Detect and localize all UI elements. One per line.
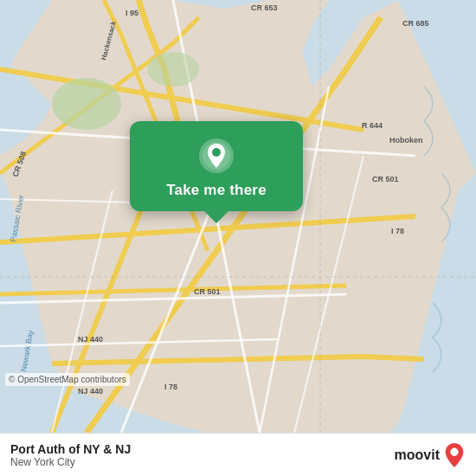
location-pin-icon	[197, 137, 235, 175]
svg-point-7	[147, 52, 199, 87]
svg-text:CR 501: CR 501	[194, 287, 221, 296]
osm-credit: © OpenStreetMap contributors	[5, 373, 130, 386]
svg-text:Hoboken: Hoboken	[389, 136, 423, 145]
moovit-text: moovit	[395, 447, 440, 463]
svg-point-28	[450, 447, 458, 455]
svg-text:R 644: R 644	[362, 121, 383, 130]
svg-text:NJ 440: NJ 440	[78, 387, 103, 396]
moovit-pin-icon	[443, 442, 466, 468]
svg-text:I 78: I 78	[164, 383, 177, 391]
svg-point-27	[212, 148, 221, 157]
take-me-there-button[interactable]: Take me there	[130, 121, 303, 211]
svg-text:I 78: I 78	[391, 227, 404, 235]
map-container: I 95 CR 653 CR 685 CR 508 Hackensack R 6…	[0, 0, 476, 433]
map-svg: I 95 CR 653 CR 685 CR 508 Hackensack R 6…	[0, 0, 476, 433]
svg-text:CR 653: CR 653	[251, 3, 278, 12]
take-me-there-label: Take me there	[166, 182, 267, 199]
moovit-logo: moovit	[395, 442, 466, 468]
location-info: Port Auth of NY & NJ New York City	[10, 442, 131, 468]
location-name: Port Auth of NY & NJ	[10, 442, 131, 456]
bottom-bar: Port Auth of NY & NJ New York City moovi…	[0, 433, 476, 476]
svg-text:CR 685: CR 685	[402, 19, 429, 28]
svg-text:NJ 440: NJ 440	[78, 335, 103, 344]
location-city: New York City	[10, 456, 131, 468]
svg-text:CR 501: CR 501	[372, 175, 399, 183]
svg-point-6	[52, 78, 121, 130]
svg-text:I 95: I 95	[125, 9, 138, 17]
